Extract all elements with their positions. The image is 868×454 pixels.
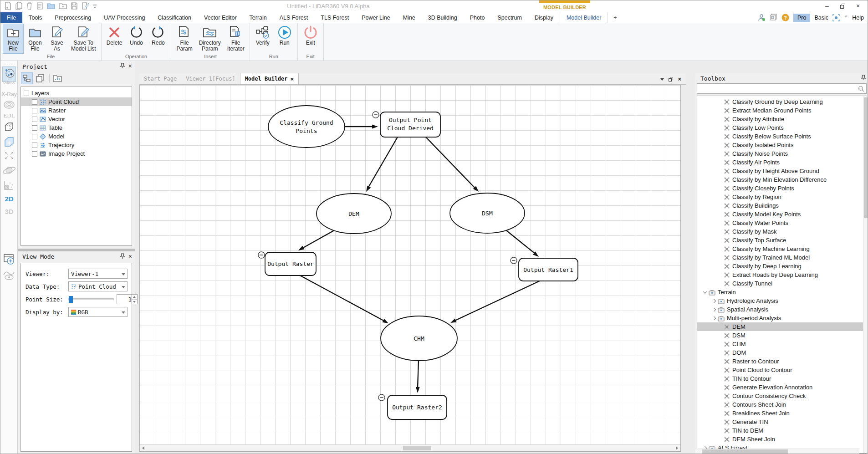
save-as-button[interactable]: SaveAs: [47, 24, 67, 53]
verify-button[interactable]: Verify: [253, 24, 273, 53]
expand-view-icon[interactable]: ↖ ↗↙ ↘: [0, 151, 18, 159]
toolbox-horizontal-scrollbar[interactable]: [695, 449, 859, 454]
point-size-slider[interactable]: [68, 298, 114, 300]
toolbox-tree-item[interactable]: Classify by Min Elevation Difference: [697, 175, 866, 184]
menu-item[interactable]: Spectrum: [491, 12, 528, 23]
redo-button[interactable]: Redo: [148, 24, 168, 53]
node-classify-ground-points[interactable]: [268, 106, 345, 148]
layer-row-point-cloud[interactable]: Point Cloud: [21, 97, 132, 106]
pro-mode-button[interactable]: Pro: [793, 14, 810, 22]
undo-button[interactable]: Undo: [126, 24, 146, 53]
tab-list-dropdown-icon[interactable]: [660, 78, 664, 81]
duplicate-project-icon[interactable]: [15, 2, 22, 10]
menu-item[interactable]: +: [608, 12, 622, 23]
toolbox-tree-item[interactable]: Classify by Attribute: [697, 115, 866, 123]
xray-mode-button[interactable]: X-Ray: [0, 91, 18, 97]
toolbox-tree-item[interactable]: Hydrologic Analysis: [697, 296, 866, 305]
menu-item[interactable]: File: [0, 12, 22, 23]
data-type-select[interactable]: Point Cloud: [68, 281, 128, 291]
save-to-model-list-button[interactable]: Save ToModel List: [69, 24, 98, 53]
cross-section-cube-icon[interactable]: [0, 121, 18, 136]
close-panel-icon[interactable]: ×: [128, 64, 132, 68]
layer-row-raster[interactable]: Raster: [21, 106, 132, 115]
toolbox-tree-item[interactable]: Classify Tunnel: [697, 279, 866, 288]
layer-row-table[interactable]: Table: [21, 123, 132, 132]
question-icon[interactable]: ?: [781, 14, 789, 21]
edit-document-icon[interactable]: [36, 2, 43, 10]
toolbox-tree-item[interactable]: Classify Noise Points: [697, 149, 866, 158]
chevron-right-icon[interactable]: [712, 307, 716, 311]
layer-row-vector[interactable]: Vector: [21, 115, 132, 123]
trash-icon[interactable]: [26, 2, 33, 10]
spin-up-icon[interactable]: [131, 295, 137, 299]
menu-item[interactable]: TLS Forest: [314, 12, 355, 23]
toolbox-tree-item[interactable]: Classify Water Points: [697, 219, 866, 227]
toolbox-tree-item[interactable]: CHM: [697, 340, 866, 348]
scroll-right-icon[interactable]: [674, 445, 680, 451]
pin-icon[interactable]: [861, 75, 866, 81]
basic-mode-button[interactable]: Basic: [814, 15, 828, 21]
toolbox-tree-item[interactable]: Classify Buildings: [697, 201, 866, 210]
file-iterator-button[interactable]: FileIterator: [225, 24, 247, 53]
toolbox-tree-item[interactable]: Extract Roads by Deep Learning: [697, 270, 866, 279]
toolbox-tree-item[interactable]: Breaklines Sheet Join: [697, 409, 866, 418]
toolbox-tree-item[interactable]: Classify by Mask: [697, 227, 866, 236]
toolbox-tree-item[interactable]: Classify Air Points: [697, 158, 866, 167]
exit-button[interactable]: Exit: [301, 24, 321, 53]
new-project-icon[interactable]: [4, 2, 11, 10]
checkbox[interactable]: [32, 143, 37, 148]
toolbox-tree-item[interactable]: Classify by Machine Learning: [697, 245, 866, 253]
pin-icon[interactable]: [120, 253, 125, 259]
tree-view-icon[interactable]: [21, 73, 32, 84]
menu-item[interactable]: UAV Processing: [97, 12, 151, 23]
user-icon[interactable]: [758, 14, 766, 21]
toolbox-tree-item[interactable]: Classify Top Surface: [697, 236, 866, 245]
model-builder-canvas[interactable]: Classify GroundPoints Output PointCloud …: [139, 85, 681, 452]
viewer-select[interactable]: Viewer-1: [68, 269, 128, 279]
3d-mode-button[interactable]: 3D: [0, 208, 18, 215]
toolbox-tree-item[interactable]: Terrain: [697, 288, 866, 296]
scroll-left-icon[interactable]: [140, 445, 147, 451]
canvas-grid[interactable]: Classify GroundPoints Output PointCloud …: [140, 85, 680, 444]
close-panel-icon[interactable]: ×: [128, 254, 132, 259]
toolbox-vertical-scrollbar[interactable]: [863, 96, 868, 453]
run-button[interactable]: Run: [275, 24, 295, 53]
checkbox[interactable]: [32, 151, 37, 157]
toolbox-tree-item[interactable]: Classify Ground by Deep Learning: [697, 97, 866, 106]
chevron-down-icon[interactable]: [703, 290, 707, 293]
new-viewer-icon[interactable]: [0, 253, 18, 268]
layers-root-row[interactable]: Layers: [21, 89, 132, 97]
new-file-button[interactable]: NewFile: [3, 24, 23, 53]
collapse-ribbon-icon[interactable]: ⌃: [844, 15, 848, 20]
menu-item[interactable]: Power Line: [355, 12, 397, 23]
canvas-tab[interactable]: Model Builder ×: [240, 73, 299, 84]
open-file-button[interactable]: OpenFile: [25, 24, 45, 53]
more-chevron-icon[interactable]: [93, 2, 97, 10]
toolbox-tree-item[interactable]: Spatial Analysis: [697, 305, 866, 314]
menu-item[interactable]: Terrain: [243, 12, 273, 23]
menu-item[interactable]: Preprocessing: [48, 12, 97, 23]
delete-button[interactable]: Delete: [104, 24, 125, 53]
open-folder-icon[interactable]: [47, 2, 55, 10]
contour-icon[interactable]: [0, 99, 18, 112]
scrollbar-thumb[interactable]: [702, 449, 788, 454]
license-target-icon[interactable]: [832, 14, 840, 21]
toolbox-search-input[interactable]: [699, 85, 854, 92]
toolbox-tree-item[interactable]: Contours Sheet Join: [697, 400, 866, 409]
sidebar-drag-handle[interactable]: ······: [0, 61, 18, 66]
toolbox-tree-item[interactable]: Classify Isolated Points: [697, 141, 866, 149]
toolbox-tree-item[interactable]: Classify Low Points: [697, 123, 866, 132]
2d-mode-button[interactable]: 2D: [0, 195, 18, 203]
menu-item[interactable]: Photo: [464, 12, 491, 23]
checkbox[interactable]: [32, 108, 37, 113]
menu-item[interactable]: 3D Building: [422, 12, 464, 23]
orbit-icon[interactable]: [0, 164, 18, 179]
float-window-icon[interactable]: [669, 77, 673, 82]
menu-item[interactable]: Classification: [151, 12, 198, 23]
menu-item[interactable]: ALS Forest: [273, 12, 315, 23]
save-edit-icon[interactable]: [82, 2, 89, 10]
layer-row-model[interactable]: Model: [21, 132, 132, 141]
close-tab-icon[interactable]: ×: [291, 76, 294, 82]
glass-render-icon[interactable]: [0, 66, 18, 82]
toolbox-tree-item[interactable]: Classify by Deep Learning: [697, 262, 866, 270]
